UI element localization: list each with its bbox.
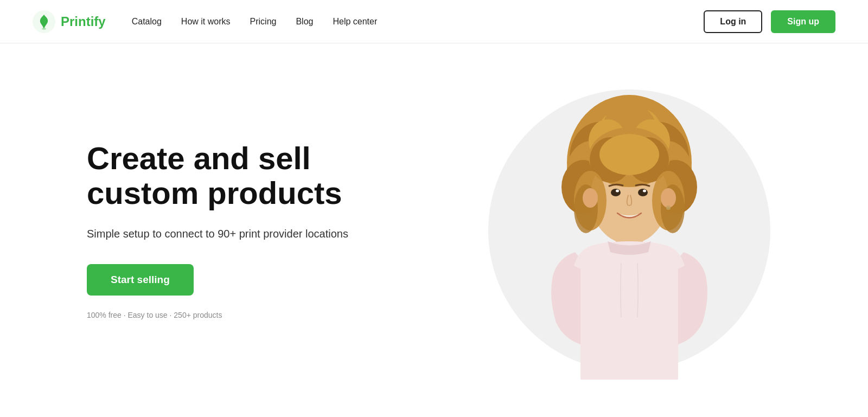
nav-link-blog[interactable]: Blog	[296, 17, 313, 26]
hero-headline-line2: custom products	[87, 175, 342, 210]
nav-item-blog[interactable]: Blog	[296, 17, 313, 27]
logo-icon	[33, 10, 55, 33]
svg-point-22	[616, 189, 619, 192]
hero-cta-wrapper: Start selling 100% free · Easy to use · …	[87, 264, 348, 319]
nav-link-pricing[interactable]: Pricing	[250, 17, 277, 26]
brand-name: Printify	[61, 14, 106, 29]
hero-headline: Create and sell custom products	[87, 141, 348, 210]
hero-content: Create and sell custom products Simple s…	[87, 141, 348, 319]
svg-point-30	[666, 206, 671, 210]
nav-item-help-center[interactable]: Help center	[333, 17, 377, 27]
navbar: Printify Catalog How it works Pricing Bl…	[0, 0, 868, 43]
hero-subtext: 100% free · Easy to use · 250+ products	[87, 311, 348, 319]
nav-item-pricing[interactable]: Pricing	[250, 17, 277, 27]
hero-headline-line1: Create and sell	[87, 140, 311, 176]
nav-link-help-center[interactable]: Help center	[333, 17, 377, 26]
nav-item-how-it-works[interactable]: How it works	[181, 17, 231, 27]
nav-item-catalog[interactable]: Catalog	[132, 17, 162, 27]
login-button[interactable]: Log in	[704, 10, 762, 33]
nav-left: Printify Catalog How it works Pricing Bl…	[33, 10, 377, 33]
hero-section: Create and sell custom products Simple s…	[0, 43, 868, 417]
signup-button[interactable]: Sign up	[771, 10, 835, 33]
svg-point-19	[599, 134, 659, 175]
svg-point-23	[643, 189, 646, 192]
nav-link-how-it-works[interactable]: How it works	[181, 17, 231, 26]
nav-right: Log in Sign up	[704, 10, 835, 33]
nav-link-catalog[interactable]: Catalog	[132, 17, 162, 26]
hero-person-image	[494, 79, 765, 382]
hero-image	[477, 79, 781, 382]
svg-point-28	[583, 188, 598, 208]
svg-point-29	[661, 188, 676, 208]
logo-link[interactable]: Printify	[33, 10, 106, 33]
hero-subheadline: Simple setup to connect to 90+ print pro…	[87, 228, 348, 240]
start-selling-button[interactable]: Start selling	[87, 264, 194, 296]
svg-point-1	[42, 28, 46, 30]
svg-point-20	[611, 189, 621, 196]
svg-point-21	[638, 189, 648, 196]
nav-links: Catalog How it works Pricing Blog Help c…	[132, 17, 378, 27]
